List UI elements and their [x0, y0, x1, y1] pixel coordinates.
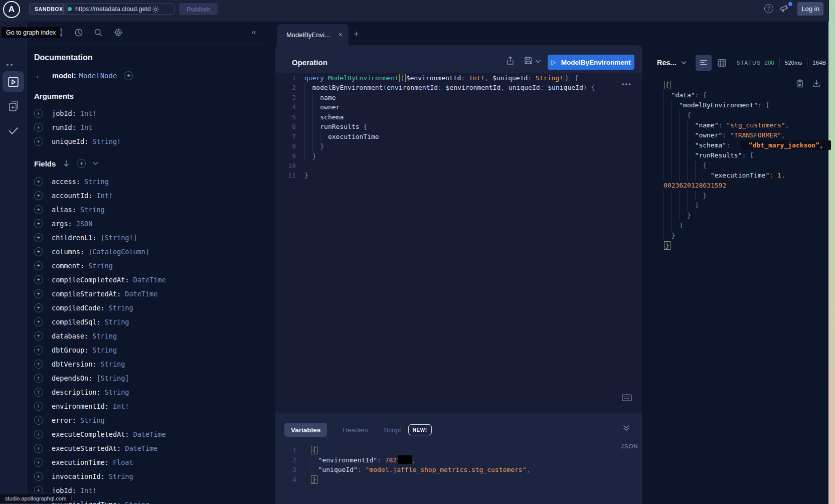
add-field-icon[interactable]: +	[34, 388, 43, 397]
publish-button[interactable]: Publish	[179, 3, 218, 15]
settings-gear-icon[interactable]	[114, 28, 123, 37]
field-type[interactable]: String	[84, 178, 109, 186]
add-field-icon[interactable]: +	[34, 261, 43, 270]
run-operation-button[interactable]: ▷ ModelByEnvironment	[548, 55, 634, 70]
add-field-icon[interactable]: +	[34, 444, 43, 453]
field-name[interactable]: jobId:	[52, 109, 80, 117]
field-name[interactable]: error:	[52, 416, 80, 424]
field-type[interactable]: String	[80, 416, 105, 424]
field-name[interactable]: compiledSql:	[52, 318, 105, 326]
add-field-icon[interactable]: +	[34, 303, 43, 312]
add-field-icon[interactable]: +	[34, 331, 43, 341]
field-name[interactable]: runId:	[52, 123, 80, 131]
code-line[interactable]: }	[663, 211, 829, 221]
keyboard-shortcuts-icon[interactable]	[622, 394, 632, 401]
field-name[interactable]: compiledCode:	[52, 304, 109, 312]
code-line[interactable]: 2"environmentId": 782,	[275, 455, 636, 465]
field-type[interactable]: String!	[92, 137, 121, 145]
code-line[interactable]: 5schema	[275, 112, 636, 122]
search-icon[interactable]	[94, 28, 103, 37]
field-name[interactable]: columns:	[52, 248, 88, 256]
field-type[interactable]: Int!	[113, 402, 129, 410]
code-line[interactable]: 1{	[275, 445, 636, 455]
endpoint-url-input[interactable]: https://metadata.cloud.getd	[63, 4, 175, 15]
tab-headers[interactable]: Headers	[343, 426, 368, 434]
field-type[interactable]: String	[109, 304, 133, 312]
code-line[interactable]: "executionTime": 1.	[663, 171, 829, 181]
code-line[interactable]: ]	[663, 221, 829, 231]
add-tab-icon[interactable]: +	[354, 29, 359, 40]
field-type[interactable]: String	[80, 206, 105, 214]
add-field-icon[interactable]: +	[34, 346, 43, 355]
field-type[interactable]: String	[101, 360, 125, 368]
field-type[interactable]: JSON	[76, 220, 93, 228]
code-line[interactable]: 1query ModelByEnvironment($environmentId…	[275, 73, 636, 83]
operation-code-editor[interactable]: 1query ModelByEnvironment($environmentId…	[275, 73, 636, 180]
add-field-icon[interactable]: +	[34, 191, 43, 200]
code-line[interactable]: }	[663, 231, 829, 241]
add-field-icon[interactable]: +	[34, 289, 43, 298]
field-type[interactable]: String	[92, 346, 117, 354]
response-table-toggle[interactable]	[718, 59, 726, 67]
field-type[interactable]: String	[105, 318, 129, 326]
code-line[interactable]: 0023620128631592	[663, 181, 829, 191]
code-line[interactable]: {	[663, 110, 829, 120]
field-type[interactable]: DateTime	[133, 430, 166, 438]
field-name[interactable]: dbtVersion:	[52, 360, 101, 368]
add-field-icon[interactable]: +	[34, 233, 43, 242]
code-line[interactable]: "data": {	[663, 90, 829, 100]
field-type[interactable]: String	[109, 472, 133, 480]
field-name[interactable]: accountId:	[52, 192, 96, 200]
field-type[interactable]: DateTime	[133, 276, 166, 284]
field-type[interactable]: String	[88, 262, 113, 270]
field-type[interactable]: Float	[113, 458, 133, 466]
code-line[interactable]: {	[663, 80, 829, 90]
share-operation-icon[interactable]	[507, 56, 514, 65]
add-field-icon[interactable]: +	[34, 275, 43, 284]
code-line[interactable]: 3"uniqueId": "model.jaffle_shop_metrics.…	[275, 465, 636, 475]
field-name[interactable]: dbtGroup:	[52, 346, 92, 354]
field-type[interactable]: [String]	[96, 374, 129, 382]
code-line[interactable]: 7executionTime	[275, 132, 636, 142]
operation-tab[interactable]: ModelByEnvi... ×	[277, 24, 349, 45]
field-type[interactable]: [CatalogColumn]	[88, 248, 149, 256]
add-field-icon[interactable]: +	[34, 360, 43, 369]
fields-options-chevron-icon[interactable]	[93, 161, 98, 165]
field-name[interactable]: executionTime:	[52, 458, 113, 466]
code-line[interactable]: 2modelByEnvironment(environmentId: $envi…	[275, 83, 636, 93]
explorer-nav-item[interactable]	[3, 71, 24, 92]
checklist-nav-item[interactable]	[0, 126, 27, 136]
field-type[interactable]: Int!	[80, 109, 97, 117]
add-field-icon[interactable]: +	[34, 458, 43, 467]
field-type[interactable]: Int	[80, 123, 92, 131]
field-type[interactable]: DateTime	[125, 290, 157, 298]
field-name[interactable]: childrenL1:	[52, 234, 101, 242]
field-name[interactable]: database:	[52, 332, 92, 340]
code-line[interactable]: ]	[663, 201, 829, 211]
field-name[interactable]: dependsOn:	[52, 374, 96, 382]
add-field-icon[interactable]: +	[34, 402, 43, 411]
response-panel-title[interactable]: Res...	[657, 59, 677, 67]
response-title-chevron-icon[interactable]	[681, 61, 687, 65]
apollo-logo[interactable]: A	[3, 1, 20, 18]
code-line[interactable]: 11}	[275, 171, 636, 180]
tab-variables[interactable]: Variables	[284, 423, 327, 437]
code-line[interactable]: 6runResults {	[275, 122, 636, 132]
add-field-icon[interactable]: +	[34, 430, 43, 439]
add-field-icon[interactable]: +	[34, 416, 43, 425]
add-field-icon[interactable]: +	[124, 71, 133, 80]
schema-nav-item[interactable]	[0, 100, 27, 112]
field-name[interactable]: compileCompletedAt:	[52, 276, 133, 284]
field-name[interactable]: environmentId:	[52, 402, 113, 410]
save-operation-icon[interactable]	[524, 56, 533, 65]
collapse-variables-icon[interactable]	[622, 425, 630, 432]
response-format-toggle[interactable]	[696, 55, 712, 71]
code-line[interactable]: "modelByEnvironment": [	[663, 100, 829, 110]
add-field-icon[interactable]: +	[34, 205, 43, 214]
add-field-icon[interactable]: +	[34, 177, 43, 186]
code-line[interactable]: "owner": "TRANSFORMER",	[663, 130, 829, 140]
add-field-icon[interactable]: +	[34, 472, 43, 481]
code-line[interactable]: {	[663, 160, 829, 171]
collapse-docs-panel-icon[interactable]: «	[252, 28, 256, 36]
field-type[interactable]: Int!	[80, 486, 97, 494]
